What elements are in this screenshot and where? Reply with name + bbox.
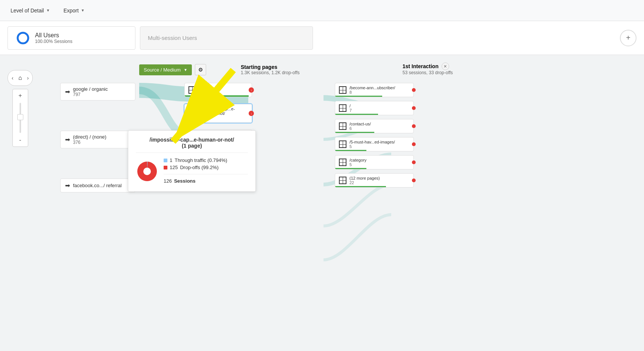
svg-point-1: [18, 33, 28, 43]
secondary-segment-card[interactable]: Multi-session Users: [140, 26, 313, 50]
tooltip-legend: 1 Through traffic (0.794%) 125 Drop-offs…: [164, 157, 248, 185]
nav-right-arrow[interactable]: ›: [27, 75, 29, 81]
zoom-controls: + -: [12, 89, 28, 147]
source-name-direct: (direct) / (none): [73, 134, 106, 140]
first-interaction-close[interactable]: ✕: [442, 63, 449, 70]
tooltip-title: /impossible-cap...e-human-or-not/ (1 pag…: [136, 137, 248, 153]
svg-point-3: [143, 168, 151, 175]
green-bar-more: [335, 186, 386, 187]
source-arrow-icon: ➡: [65, 88, 70, 95]
starting-pages-sub: 1.3K sessions, 1.2K drop-offs: [241, 70, 327, 75]
page-node-root[interactable]: / 333 ↓: [184, 83, 252, 97]
flow-svg: [60, 79, 587, 305]
primary-segment-card[interactable]: All Users 100.00% Sessions: [8, 26, 135, 50]
settings-icon: ⚙: [198, 67, 203, 73]
int-count-category: 5: [349, 162, 366, 167]
int-count-subscriber: 8: [349, 90, 395, 95]
nav-controls: ‹ ⌂ › + -: [8, 70, 33, 147]
primary-segment-name: All Users: [35, 32, 72, 39]
int-count-more: 22: [349, 180, 380, 185]
interaction-column: /become-ann...ubscriber/ 8 / 7: [335, 83, 418, 192]
page-node-impossible[interactable]: /impossible-cap...e-human-or-not/ 126 ↓: [184, 104, 252, 123]
green-bar-impossible: [185, 121, 189, 122]
zoom-handle[interactable]: [17, 114, 23, 120]
segment-bar: All Users 100.00% Sessions Multi-session…: [0, 21, 644, 55]
add-segment-icon: +: [626, 34, 630, 42]
page-name-impossible: /impossible-cap...e-human-or-not/: [199, 107, 248, 116]
interaction-node-root[interactable]: / 7: [335, 101, 414, 115]
secondary-segment-name: Multi-session Users: [148, 35, 197, 41]
col-header-source: Source / Medium ▼ ⚙: [139, 64, 211, 75]
home-icon: ⌂: [18, 75, 22, 81]
legend-dot-red: [164, 166, 167, 169]
tooltip-total-row: 126 Sessions: [164, 178, 248, 184]
page-icon-int-5must: [339, 140, 346, 148]
zoom-slider[interactable]: [20, 103, 21, 133]
tooltip-popup: /impossible-cap...e-human-or-not/ (1 pag…: [128, 130, 256, 192]
page-icon: [188, 86, 196, 94]
red-dropoff-indicator: ↓: [249, 87, 254, 93]
first-interaction-title: 1st Interaction: [402, 63, 439, 69]
nav-arrows-group: ‹ ⌂ ›: [8, 70, 33, 86]
zoom-in-button[interactable]: +: [15, 92, 26, 100]
primary-segment-info: All Users 100.00% Sessions: [35, 32, 72, 44]
int-name-more: (12 more pages): [349, 176, 380, 180]
green-bar-int-5must: [335, 150, 366, 151]
zoom-out-button[interactable]: -: [15, 136, 26, 144]
tooltip-total-label: Sessions: [174, 178, 196, 184]
first-interaction-sub: 53 sessions, 33 drop-offs: [402, 70, 478, 75]
source-node-facebook[interactable]: ➡ facebook.co.../ referral: [60, 179, 135, 192]
page-icon-contact: [339, 122, 346, 130]
page-icon-category: [339, 159, 346, 166]
tooltip-divider: [164, 174, 248, 174]
through-count: 1: [170, 157, 172, 163]
red-dot-more: [412, 179, 416, 182]
interaction-node-subscriber[interactable]: /become-ann...ubscriber/ 8: [335, 83, 414, 97]
starting-pages-title: Starting pages: [241, 64, 327, 70]
red-dot-category: [412, 160, 416, 164]
page-count-root: 333: [199, 90, 206, 95]
source-medium-label: Source / Medium: [144, 67, 181, 73]
dropoff-count: 125: [170, 165, 178, 170]
settings-button[interactable]: ⚙: [195, 64, 206, 75]
interaction-node-category[interactable]: /category 5: [335, 155, 414, 169]
int-name-root: /: [349, 104, 352, 108]
int-name-category: /category: [349, 158, 366, 162]
export-button[interactable]: Export ▼: [61, 6, 88, 15]
export-chevron: ▼: [81, 8, 85, 12]
toolbar: Level of Detail ▼ Export ▼: [0, 0, 644, 21]
primary-segment-sub: 100.00% Sessions: [35, 39, 72, 44]
tooltip-pie-chart: [136, 160, 158, 183]
red-dot-5must: [412, 142, 416, 146]
green-bar-contact: [335, 132, 374, 133]
interaction-node-contact[interactable]: /contact-us/ 6: [335, 119, 414, 133]
page-icon-int-root: [339, 104, 346, 112]
tooltip-total-count: 126: [164, 178, 172, 184]
col-header-starting-pages: Starting pages 1.3K sessions, 1.2K drop-…: [241, 64, 327, 75]
main-content: ‹ ⌂ › + - Source / Medium ▼: [0, 55, 644, 351]
green-bar-subscriber: [335, 96, 382, 97]
source-node-direct[interactable]: ➡ (direct) / (none) 376: [60, 131, 135, 148]
source-count-google: 797: [73, 92, 108, 97]
source-node-google[interactable]: ➡ google / organic 797: [60, 83, 135, 101]
red-dot-root: [412, 106, 416, 110]
page-icon-more: [339, 177, 346, 184]
level-of-detail-chevron: ▼: [46, 8, 50, 12]
source-medium-dropdown[interactable]: Source / Medium ▼: [139, 64, 192, 75]
interaction-node-5must[interactable]: /5-must-hav...ed-images/ 5: [335, 137, 414, 151]
red-dropoff-impossible: ↓: [249, 111, 254, 116]
interaction-node-more[interactable]: (12 more pages) 22: [335, 173, 414, 188]
source-arrow-icon-direct: ➡: [65, 136, 70, 143]
nav-left-arrow[interactable]: ‹: [12, 75, 14, 81]
int-name-subscriber: /become-ann...ubscriber/: [349, 85, 395, 90]
col-header-1st-interaction: 1st Interaction ✕ 53 sessions, 33 drop-o…: [402, 63, 478, 75]
int-count-5must: 5: [349, 144, 395, 149]
nav-home-button[interactable]: ⌂: [15, 73, 26, 83]
page-count-impossible: 126: [199, 116, 248, 120]
source-name-facebook: facebook.co.../ referral: [73, 183, 122, 188]
source-name-google: google / organic: [73, 86, 108, 92]
add-segment-button[interactable]: +: [620, 30, 636, 46]
level-of-detail-button[interactable]: Level of Detail ▼: [8, 6, 53, 15]
red-dot-subscriber: [412, 88, 416, 92]
source-count-direct: 376: [73, 140, 106, 145]
